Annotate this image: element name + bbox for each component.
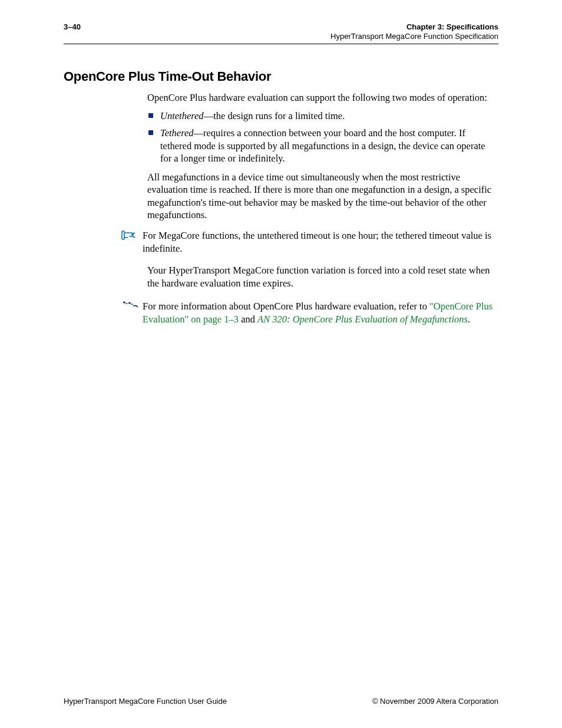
body-block: OpenCore Plus hardware evaluation can su… xyxy=(147,91,498,222)
reset-paragraph: Your HyperTransport MegaCore function va… xyxy=(147,264,498,289)
intro-paragraph: OpenCore Plus hardware evaluation can su… xyxy=(147,91,498,104)
note-row: For MegaCore functions, the untethered t… xyxy=(64,229,498,255)
section-heading: OpenCore Plus Time-Out Behavior xyxy=(64,69,498,84)
chapter-header: Chapter 3: Specifications HyperTransport… xyxy=(330,22,498,42)
xref-prefix: For more information about OpenCore Plus… xyxy=(143,301,429,312)
svg-point-2 xyxy=(126,303,128,304)
bullet-rest: —the design runs for a limited time. xyxy=(204,110,345,121)
xref-text: For more information about OpenCore Plus… xyxy=(143,300,498,325)
bullet-term: Tethered xyxy=(160,127,194,139)
svg-point-1 xyxy=(123,302,125,304)
xref-suffix: . xyxy=(468,314,470,325)
bullet-term: Untethered xyxy=(160,110,204,121)
footsteps-icon xyxy=(121,300,143,313)
hand-point-icon xyxy=(121,229,143,241)
bullet-item-untethered: Untethered—the design runs for a limited… xyxy=(147,110,498,122)
bullet-item-tethered: Tethered—requires a connection between y… xyxy=(147,127,498,164)
chapter-subtitle: HyperTransport MegaCore Function Specifi… xyxy=(330,32,498,41)
bullet-list: Untethered—the design runs for a limited… xyxy=(147,110,498,165)
svg-point-4 xyxy=(131,304,133,305)
footer-left: HyperTransport MegaCore Function User Gu… xyxy=(64,697,227,706)
note-text: For MegaCore functions, the untethered t… xyxy=(143,229,498,255)
page-number: 3–40 xyxy=(64,22,81,31)
page-footer: HyperTransport MegaCore Function User Gu… xyxy=(64,697,498,706)
xref-link-an320[interactable]: AN 320: OpenCore Plus Evaluation of Mega… xyxy=(257,314,468,325)
timeout-paragraph: All megafunctions in a device time out s… xyxy=(147,171,498,222)
body-block-2: Your HyperTransport MegaCore function va… xyxy=(147,264,498,289)
svg-rect-0 xyxy=(122,231,124,239)
page-header: 3–40 Chapter 3: Specifications HyperTran… xyxy=(64,22,498,44)
footer-right: © November 2009 Altera Corporation xyxy=(372,697,498,706)
chapter-title: Chapter 3: Specifications xyxy=(330,22,498,32)
bullet-rest: —requires a connection between your boar… xyxy=(160,127,485,164)
page: 3–40 Chapter 3: Specifications HyperTran… xyxy=(0,0,562,728)
xref-row: For more information about OpenCore Plus… xyxy=(64,300,498,325)
xref-and: and xyxy=(239,314,257,325)
svg-point-3 xyxy=(128,302,131,304)
